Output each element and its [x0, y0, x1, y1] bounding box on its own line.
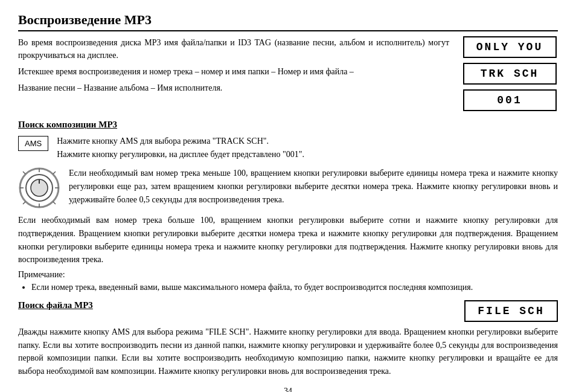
- svg-line-8: [23, 172, 25, 174]
- intro-text-3: Название песни – Название альбома – Имя …: [18, 82, 449, 94]
- lcd-display-3: 001: [463, 89, 557, 111]
- section2-title: Поиск файла MP3: [18, 300, 93, 310]
- knob-instruction-text: Если необходимый вам номер трека меньше …: [69, 167, 558, 206]
- lcd-display-4: FILE SCH: [464, 300, 558, 322]
- body-text-1: Если необходимый вам номер трека больше …: [18, 214, 558, 266]
- intro-text-1: Во время воспроизведения диска MP3 имя ф…: [18, 36, 449, 62]
- ams-instruction-1: Нажмите кнопку AMS для выбора режима "TR…: [57, 135, 304, 148]
- note-item-1: Если номер трека, введенный вами, выше м…: [31, 281, 558, 294]
- knob-icon: [18, 167, 60, 209]
- file-section-text: Дважды нажмите кнопку AMS для выбора реж…: [18, 326, 558, 378]
- section1-title: Поиск композиции MP3: [18, 120, 558, 130]
- page-title: Воспроизведение MP3: [18, 12, 558, 31]
- svg-line-9: [53, 172, 56, 174]
- note-label: Примечание:: [18, 270, 558, 280]
- lcd-display-2: TRK SCH: [463, 63, 557, 85]
- svg-line-10: [23, 202, 25, 204]
- intro-text-2: Истекшее время воспроизведения и номер т…: [18, 65, 449, 78]
- svg-line-11: [53, 202, 56, 204]
- ams-button[interactable]: AMS: [18, 136, 48, 151]
- page-number: 34: [18, 387, 558, 392]
- lcd-display-1: ONLY YOU: [463, 36, 557, 58]
- ams-instruction-2: Нажмите кнопку регулировки, на дисплее б…: [57, 148, 304, 161]
